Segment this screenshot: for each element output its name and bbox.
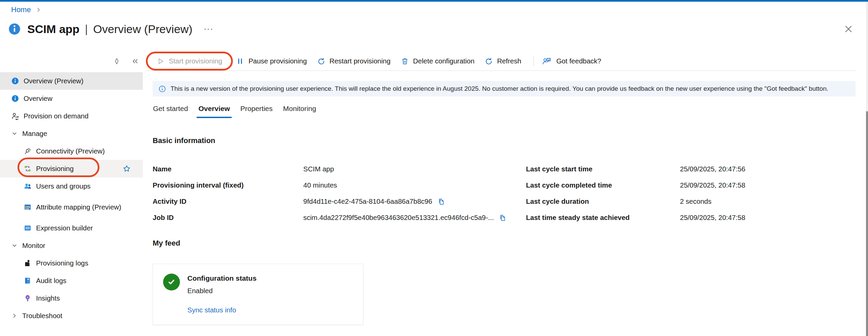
pause-provisioning-label: Pause provisioning <box>248 57 307 65</box>
sidebar-group-label: Monitor <box>22 242 45 250</box>
sidebar-item-provisioning[interactable]: Provisioning <box>0 160 143 177</box>
scim-app-overview-page: Home SCIM app | Overview (Preview) ... S… <box>0 0 868 336</box>
field-value: 25/09/2025, 20:47:58 <box>680 181 745 189</box>
configuration-status-card: Configuration status Enabled Sync status… <box>153 264 363 325</box>
toolbar-separator <box>533 56 534 66</box>
sidebar-item-insights[interactable]: Insights <box>0 289 143 307</box>
portal-top-accent-bar <box>0 0 868 2</box>
sidebar-group-label: Manage <box>22 130 47 138</box>
sidebar-item-label: Overview (Preview) <box>24 77 84 85</box>
start-provisioning-button[interactable]: Start provisioning <box>157 57 222 65</box>
sidebar-item-label: Audit logs <box>36 277 66 285</box>
tab-overview[interactable]: Overview <box>198 105 230 113</box>
configuration-status-content: Configuration status Enabled Sync status… <box>187 274 256 325</box>
lightbulb-icon <box>24 294 32 302</box>
sidebar-item-label: Overview <box>24 94 52 103</box>
sidebar-item-attribute-mapping-preview[interactable]: Attribute mapping (Preview) <box>0 195 143 219</box>
sidebar-item-users-and-groups[interactable]: Users and groups <box>0 177 143 195</box>
field-value: 25/09/2025, 20:47:58 <box>680 214 745 222</box>
plug-icon <box>24 147 32 155</box>
sidebar-item-provisioning-logs[interactable]: Provisioning logs <box>0 254 143 272</box>
enterprise-app-info-icon <box>8 23 21 35</box>
collapse-menu-icon[interactable] <box>132 58 138 64</box>
sidebar-group-label: Troubleshoot <box>22 312 62 320</box>
tab-properties[interactable]: Properties <box>240 105 273 113</box>
trash-icon <box>401 57 409 65</box>
page-title: Overview (Preview) <box>93 23 192 36</box>
breadcrumb-chevron-icon <box>36 7 41 12</box>
field-label: Name <box>153 165 303 173</box>
refresh-label: Refresh <box>497 57 521 65</box>
field-label: Last cycle duration <box>526 197 680 205</box>
people-icon <box>24 182 32 190</box>
play-icon <box>157 57 164 65</box>
got-feedback-label: Got feedback? <box>556 57 601 65</box>
sidebar-group-manage[interactable]: Manage <box>0 125 143 142</box>
field-row-steady-state: Last time steady state achieved 25/09/20… <box>526 209 745 226</box>
provisioning-sync-icon <box>24 165 32 173</box>
breadcrumb-home-link[interactable]: Home <box>11 5 31 14</box>
tab-get-started[interactable]: Get started <box>153 105 188 113</box>
pause-provisioning-button[interactable]: Pause provisioning <box>236 57 307 65</box>
sidebar-item-overview[interactable]: Overview <box>0 90 143 107</box>
chevron-down-icon <box>12 243 17 248</box>
table-icon <box>24 203 32 211</box>
sidebar-item-label: Provisioning <box>36 165 74 173</box>
sidebar-item-audit-logs[interactable]: Audit logs <box>0 272 143 289</box>
field-label: Last cycle start time <box>526 165 680 173</box>
field-value: 9fd4d11e-c4e2-475a-8104-6aa86a7b8c96 <box>303 197 432 205</box>
field-label: Job ID <box>153 214 303 222</box>
field-row-provisioning-interval: Provisioning interval (fixed) 40 minutes <box>153 177 506 193</box>
info-icon <box>11 77 19 85</box>
favorite-star-icon[interactable] <box>123 165 131 173</box>
book-icon <box>24 277 32 285</box>
start-provisioning-label: Start provisioning <box>169 57 222 65</box>
field-value: SCIM app <box>303 165 334 173</box>
field-row-last-cycle-completed: Last cycle completed time 25/09/2025, 20… <box>526 177 745 193</box>
field-value: 40 minutes <box>303 181 337 189</box>
sidebar-item-label: Provisioning logs <box>36 259 88 267</box>
field-label: Provisioning interval (fixed) <box>153 181 303 189</box>
toolbar-divider <box>145 71 856 71</box>
sync-status-info-link[interactable]: Sync status info <box>187 306 256 314</box>
field-label: Last time steady state achieved <box>526 214 680 222</box>
field-value: 25/09/2025, 20:47:56 <box>680 165 745 173</box>
breadcrumb: Home <box>11 5 41 14</box>
field-row-last-cycle-start: Last cycle start time 25/09/2025, 20:47:… <box>526 161 745 177</box>
copy-icon[interactable] <box>437 198 445 205</box>
pause-icon <box>236 57 244 65</box>
app-name: SCIM app <box>27 23 80 36</box>
tab-monitoring[interactable]: Monitoring <box>283 105 316 113</box>
sidebar-item-connectivity-preview[interactable]: Connectivity (Preview) <box>0 142 143 160</box>
scrollbar-thumb[interactable] <box>866 111 868 336</box>
person-sync-icon <box>11 112 19 120</box>
chevron-right-icon <box>12 313 17 318</box>
close-blade-button[interactable] <box>844 24 853 34</box>
resize-handle-icon[interactable] <box>114 58 120 64</box>
sidebar-item-label: Provision on demand <box>24 112 89 120</box>
field-row-last-cycle-duration: Last cycle duration 2 seconds <box>526 193 745 209</box>
sidebar-item-label: Connectivity (Preview) <box>36 147 105 155</box>
sidebar-item-label: Attribute mapping (Preview) <box>36 203 134 212</box>
more-options-button[interactable]: ... <box>204 22 214 36</box>
code-icon <box>24 224 32 232</box>
delete-configuration-button[interactable]: Delete configuration <box>401 57 474 65</box>
refresh-button[interactable]: Refresh <box>485 57 521 65</box>
configuration-status-title: Configuration status <box>187 274 256 282</box>
page-header: SCIM app | Overview (Preview) ... <box>8 22 214 36</box>
field-label: Activity ID <box>153 197 303 205</box>
sidebar-group-monitor[interactable]: Monitor <box>0 237 143 254</box>
person-log-icon <box>24 259 32 267</box>
sidebar-group-troubleshoot[interactable]: Troubleshoot <box>0 307 143 325</box>
sidebar-item-overview-preview[interactable]: Overview (Preview) <box>0 72 143 90</box>
basic-information-right-column: Last cycle start time 25/09/2025, 20:47:… <box>526 161 745 226</box>
field-row-name: Name SCIM app <box>153 161 506 177</box>
got-feedback-button[interactable]: Got feedback? <box>542 57 601 65</box>
blade-sidebar: Overview (Preview) Overview Provision on… <box>0 72 143 325</box>
restart-provisioning-button[interactable]: Restart provisioning <box>317 57 391 65</box>
sidebar-item-expression-builder[interactable]: Expression builder <box>0 219 143 237</box>
success-check-icon <box>163 274 180 290</box>
sidebar-item-provision-on-demand[interactable]: Provision on demand <box>0 107 143 125</box>
delete-configuration-label: Delete configuration <box>413 57 474 65</box>
copy-icon[interactable] <box>499 214 506 222</box>
